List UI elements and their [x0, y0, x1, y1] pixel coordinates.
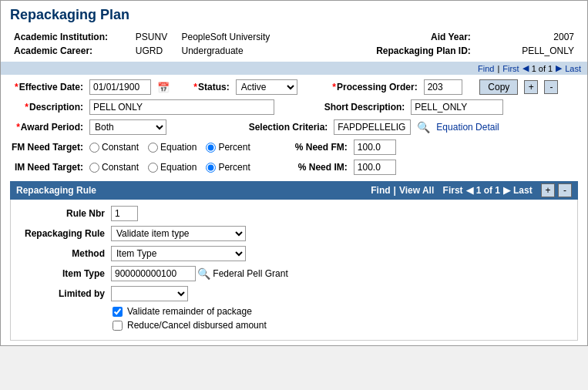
calendar-icon[interactable]: 📅	[157, 82, 170, 93]
im-constant-label: Constant	[102, 162, 139, 173]
percent-need-im-label: % Need IM:	[286, 162, 348, 173]
rule-section-header: Repackaging Rule Find | View All First ◀…	[10, 181, 578, 200]
method-row: Method Item TypeCategory	[20, 246, 568, 261]
last-link-top[interactable]: Last	[565, 64, 581, 73]
rule-nbr-input[interactable]	[111, 206, 138, 221]
repackaging-rule-select[interactable]: Validate item typePackage by needPackage…	[111, 226, 246, 241]
item-type-row: Item Type 🔍 Federal Pell Grant	[20, 266, 568, 281]
search-item-type-icon[interactable]: 🔍	[197, 267, 210, 280]
aid-year-value: 2007	[475, 31, 576, 43]
percent-need-fm-label: % Need FM:	[286, 142, 348, 153]
top-nav-bar: Find | First ◀ 1 of 1 ▶ Last	[1, 62, 587, 75]
im-equation-radio[interactable]	[148, 163, 158, 173]
add-button-top[interactable]: +	[524, 80, 538, 94]
award-period-select[interactable]: BothFall/SpringSummer	[89, 119, 166, 135]
find-link-top[interactable]: Find	[478, 64, 494, 73]
fm-percent-radio[interactable]	[206, 143, 216, 153]
next-arrow-top[interactable]: ▶	[556, 63, 562, 73]
reduce-cancel-row: Reduce/Cancel disbursed amount	[113, 320, 568, 331]
im-equation-radio-label[interactable]: Equation	[148, 162, 197, 173]
short-description-input[interactable]	[411, 99, 503, 115]
description-input[interactable]	[89, 99, 274, 115]
prev-arrow-rule[interactable]: ◀	[466, 185, 473, 196]
description-label: Description:	[10, 102, 83, 113]
im-percent-radio[interactable]	[206, 163, 216, 173]
next-arrow-rule[interactable]: ▶	[503, 185, 510, 196]
row-description: Description: Short Description:	[10, 99, 578, 115]
aid-year-label: Aid Year:	[296, 31, 473, 43]
career-label: Academic Career:	[12, 45, 132, 57]
processing-order-input[interactable]	[424, 79, 462, 95]
im-constant-radio[interactable]	[89, 163, 99, 173]
effective-date-label: Effective Date:	[10, 82, 83, 92]
career-name: Undergraduate	[180, 45, 293, 57]
fm-need-target-label: FM Need Target:	[10, 142, 83, 153]
limited-by-select[interactable]: FMIM	[111, 286, 188, 301]
institution-label: Academic Institution:	[12, 31, 132, 43]
status-label: Status:	[187, 82, 230, 92]
fm-constant-label: Constant	[102, 142, 139, 153]
im-radio-group: Constant Equation Percent	[89, 162, 250, 173]
equation-detail-link[interactable]: Equation Detail	[436, 122, 499, 133]
header-info: Academic Institution: PSUNV PeopleSoft U…	[1, 26, 587, 62]
main-form: Effective Date: 📅 Status: ActiveInactive…	[1, 75, 587, 345]
item-type-label: Item Type	[20, 268, 105, 279]
last-link-rule[interactable]: Last	[513, 185, 533, 196]
selection-criteria-input[interactable]	[334, 119, 411, 135]
row-effective-date: Effective Date: 📅 Status: ActiveInactive…	[10, 79, 578, 95]
copy-button[interactable]: Copy	[479, 79, 518, 95]
add-rule-button[interactable]: +	[541, 183, 555, 197]
remove-rule-button[interactable]: -	[558, 183, 572, 197]
rule-nbr-row: Rule Nbr	[20, 206, 568, 221]
sep-rule: |	[394, 185, 396, 196]
award-period-label: Award Period:	[10, 122, 83, 133]
fm-percent-label: Percent	[218, 142, 250, 153]
method-select[interactable]: Item TypeCategory	[111, 246, 246, 261]
view-all-link-rule[interactable]: View All	[399, 185, 434, 196]
row-im-need: IM Need Target: Constant Equation Percen…	[10, 160, 578, 175]
remove-button-top[interactable]: -	[544, 80, 558, 94]
reduce-cancel-checkbox[interactable]	[113, 321, 123, 331]
method-label: Method	[20, 248, 105, 259]
im-percent-radio-label[interactable]: Percent	[206, 162, 250, 173]
percent-need-fm-input[interactable]	[354, 140, 396, 155]
fm-percent-radio-label[interactable]: Percent	[206, 142, 250, 153]
header-right: Aid Year: 2007 Repackaging Plan ID: PELL…	[294, 29, 579, 59]
institution-row: Academic Institution: PSUNV PeopleSoft U…	[12, 31, 293, 43]
first-link-rule[interactable]: First	[443, 185, 463, 196]
fm-equation-radio-label[interactable]: Equation	[148, 142, 197, 153]
fm-constant-radio[interactable]	[89, 143, 99, 153]
effective-date-input[interactable]	[89, 79, 151, 95]
short-description-label: Short Description:	[312, 102, 405, 113]
nav-separator-top: |	[497, 64, 499, 73]
reduce-cancel-label: Reduce/Cancel disbursed amount	[127, 320, 267, 331]
page-title: Repackaging Plan	[1, 1, 587, 26]
limited-by-row: Limited by FMIM	[20, 286, 568, 301]
prev-arrow-top[interactable]: ◀	[522, 63, 529, 73]
search-criteria-icon[interactable]: 🔍	[417, 121, 430, 133]
plan-id-row: Repackaging Plan ID: PELL_ONLY	[296, 45, 577, 57]
rule-body: Rule Nbr Repackaging Rule Validate item …	[10, 200, 578, 341]
header-left: Academic Institution: PSUNV PeopleSoft U…	[10, 29, 294, 59]
fm-constant-radio-label[interactable]: Constant	[89, 142, 139, 153]
institution-code: PSUNV	[133, 31, 178, 43]
validate-remainder-checkbox[interactable]	[113, 307, 123, 317]
header-left-table: Academic Institution: PSUNV PeopleSoft U…	[10, 29, 294, 59]
validate-remainder-label: Validate remainder of package	[127, 306, 252, 317]
status-select[interactable]: ActiveInactive	[236, 79, 297, 95]
percent-need-im-input[interactable]	[354, 160, 396, 175]
fm-radio-group: Constant Equation Percent	[89, 142, 250, 153]
career-row: Academic Career: UGRD Undergraduate	[12, 45, 293, 57]
row-award-period: Award Period: BothFall/SpringSummer Sele…	[10, 119, 578, 135]
find-link-rule[interactable]: Find	[371, 185, 390, 196]
limited-by-label: Limited by	[20, 288, 105, 299]
validate-remainder-row: Validate remainder of package	[113, 306, 568, 317]
page-container: Repackaging Plan Academic Institution: P…	[0, 0, 588, 346]
im-equation-label: Equation	[160, 162, 197, 173]
row-fm-need: FM Need Target: Constant Equation Percen…	[10, 140, 578, 155]
processing-order-label: Processing Order:	[325, 82, 418, 92]
im-constant-radio-label[interactable]: Constant	[89, 162, 139, 173]
first-link-top[interactable]: First	[502, 64, 519, 73]
fm-equation-radio[interactable]	[148, 143, 158, 153]
item-type-input[interactable]	[111, 266, 196, 281]
